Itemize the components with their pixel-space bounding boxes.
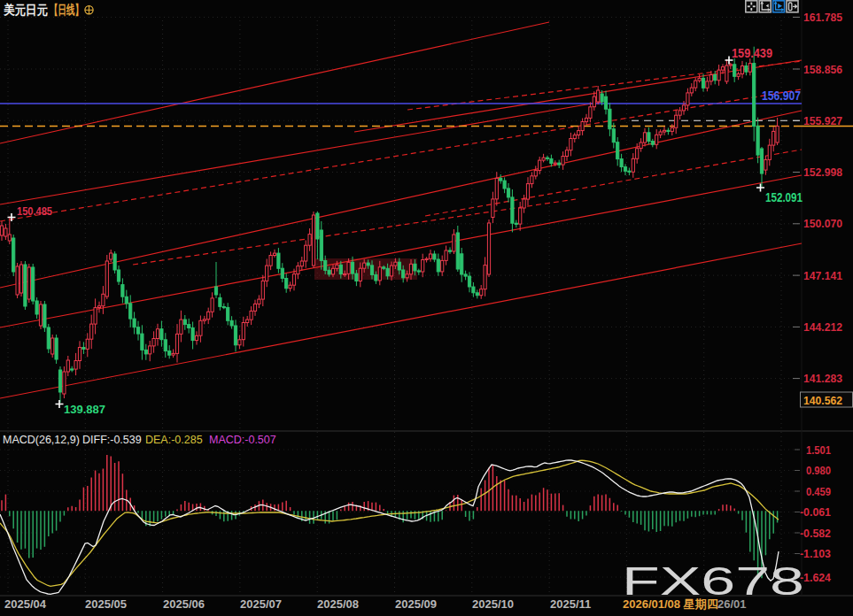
svg-text:0.980: 0.980	[806, 464, 831, 477]
svg-text:147.141: 147.141	[803, 269, 842, 282]
svg-text:-1.103: -1.103	[800, 547, 831, 560]
svg-text:0.459: 0.459	[806, 485, 831, 498]
svg-text:144.212: 144.212	[803, 320, 842, 334]
svg-text:156.907: 156.907	[762, 89, 801, 103]
svg-text:140.562: 140.562	[803, 394, 842, 407]
svg-text:152.998: 152.998	[803, 166, 842, 179]
svg-text:155.927: 155.927	[803, 114, 842, 127]
svg-text:158.856: 158.856	[803, 63, 842, 76]
svg-text:DIFF:-0.539: DIFF:-0.539	[82, 434, 142, 446]
svg-text:1.501: 1.501	[806, 443, 831, 457]
svg-text:2025/08: 2025/08	[317, 597, 359, 611]
svg-text:-1.624: -1.624	[800, 571, 832, 584]
svg-text:150.485: 150.485	[17, 204, 52, 218]
svg-text:152.091: 152.091	[765, 190, 803, 204]
svg-text:DEA:-0.285: DEA:-0.285	[145, 434, 203, 446]
svg-text:26/01: 26/01	[717, 597, 747, 611]
svg-text:FX678: FX678	[622, 559, 804, 603]
svg-text:2025/06: 2025/06	[163, 597, 205, 611]
svg-text:-0.061: -0.061	[800, 505, 831, 519]
svg-text:150.070: 150.070	[803, 217, 842, 230]
svg-text:2025/10: 2025/10	[472, 597, 514, 611]
svg-text:2025/05: 2025/05	[85, 597, 127, 611]
svg-text:2025/11: 2025/11	[550, 597, 591, 611]
svg-text:2025/09: 2025/09	[395, 597, 437, 611]
svg-text:139.887: 139.887	[64, 403, 105, 416]
svg-text:2025/07: 2025/07	[240, 597, 282, 611]
svg-text:-0.582: -0.582	[800, 527, 831, 540]
svg-text:【日线】: 【日线】	[50, 3, 83, 17]
svg-text:美元日元: 美元日元	[3, 3, 48, 17]
svg-text:159.439: 159.439	[732, 46, 772, 60]
svg-text:2025/04: 2025/04	[4, 597, 47, 611]
svg-text:141.283: 141.283	[803, 372, 842, 385]
svg-text:2026/01/08 星期四: 2026/01/08 星期四	[623, 597, 718, 611]
svg-text:MACD(26,12,9): MACD(26,12,9)	[3, 434, 80, 446]
svg-text:161.785: 161.785	[803, 11, 842, 24]
svg-text:MACD:-0.507: MACD:-0.507	[209, 434, 276, 446]
